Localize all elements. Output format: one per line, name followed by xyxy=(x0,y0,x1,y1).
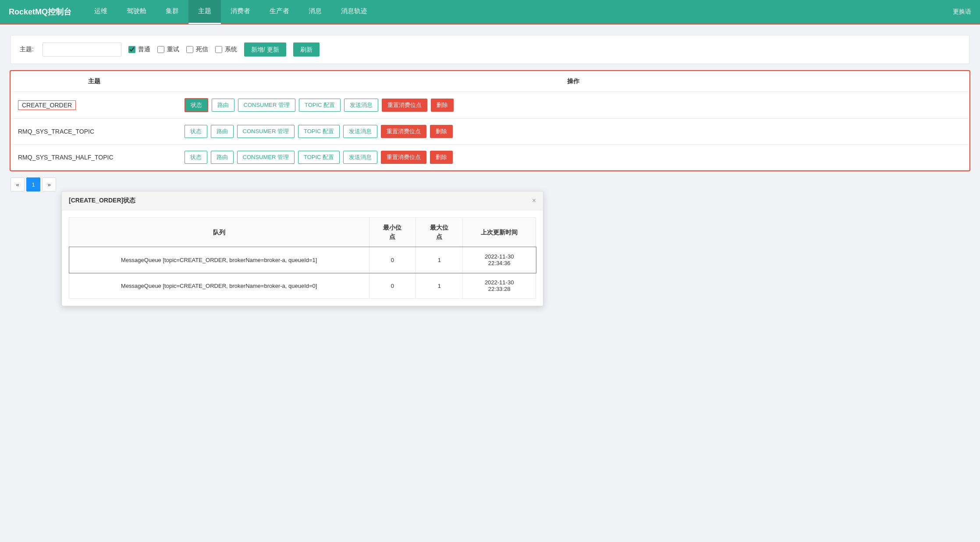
btn-发送消息[interactable]: 发送消息 xyxy=(343,151,377,164)
nav-item-dashboard[interactable]: 驾驶舱 xyxy=(117,0,156,24)
modal-col-max: 最大位 点 xyxy=(416,218,463,247)
btn-重置消费位点[interactable]: 重置消费位点 xyxy=(381,151,426,164)
navbar-brand: RocketMQ控制台 xyxy=(9,7,71,17)
navbar: RocketMQ控制台 运维驾驶舱集群主题消费者生产者消息消息轨迹 更换语 xyxy=(0,0,980,25)
btn-发送消息[interactable]: 发送消息 xyxy=(344,99,378,112)
nav-item-consumer[interactable]: 消费者 xyxy=(221,0,260,24)
checkbox-死信[interactable]: 死信 xyxy=(186,46,208,53)
pagination-bar: « 1 » xyxy=(11,177,969,191)
table-header-topic: 主题 xyxy=(11,71,178,92)
btn-路由[interactable]: 路由 xyxy=(211,125,234,138)
modal-header: [CREATE_ORDER]状态 × xyxy=(62,191,543,210)
refresh-button[interactable]: 刷新 xyxy=(293,43,320,57)
topic-table: 主题 操作 CREATE_ORDER状态路由CONSUMER 管理TOPIC 配… xyxy=(11,71,969,170)
topic-name: CREATE_ORDER xyxy=(18,100,76,110)
page-prev-button[interactable]: « xyxy=(11,177,25,191)
modal-col-update: 上次更新时间 xyxy=(463,218,536,247)
nav-item-trace[interactable]: 消息轨迹 xyxy=(331,0,377,24)
modal-max-offset: 1 xyxy=(416,247,463,273)
btn-CONSUMER_管理[interactable]: CONSUMER 管理 xyxy=(237,125,295,138)
btn-status-active[interactable]: 状态 xyxy=(185,98,208,112)
btn-TOPIC_配置[interactable]: TOPIC 配置 xyxy=(298,151,340,164)
page-1-button[interactable]: 1 xyxy=(26,177,40,191)
filter-bar: 主题: 普通重试死信系统新增/ 更新 刷新 xyxy=(11,35,969,64)
btn-删除[interactable]: 删除 xyxy=(431,99,454,112)
modal-max-offset: 1 xyxy=(416,273,463,299)
table-row: RMQ_SYS_TRACE_TOPIC状态路由CONSUMER 管理TOPIC … xyxy=(11,119,969,145)
btn-TOPIC_配置[interactable]: TOPIC 配置 xyxy=(299,99,341,112)
navbar-menu: 运维驾驶舱集群主题消费者生产者消息消息轨迹 xyxy=(85,0,953,24)
table-header-action: 操作 xyxy=(178,71,969,92)
btn-CONSUMER_管理[interactable]: CONSUMER 管理 xyxy=(238,99,295,112)
nav-item-ops[interactable]: 运维 xyxy=(85,0,117,24)
page-next-button[interactable]: » xyxy=(42,177,56,191)
topic-name: RMQ_SYS_TRACE_TOPIC xyxy=(18,128,94,135)
modal-table-row: MessageQueue [topic=CREATE_ORDER, broker… xyxy=(69,273,536,299)
btn-CONSUMER_管理[interactable]: CONSUMER 管理 xyxy=(237,151,295,164)
nav-item-topic[interactable]: 主题 xyxy=(188,0,221,24)
modal-col-queue: 队列 xyxy=(69,218,369,247)
checkbox-普通[interactable]: 普通 xyxy=(128,46,150,53)
btn-TOPIC_配置[interactable]: TOPIC 配置 xyxy=(298,125,340,138)
checkbox-系统[interactable]: 系统 xyxy=(215,46,237,53)
action-buttons: 状态路由CONSUMER 管理TOPIC 配置发送消息重置消费位点删除 xyxy=(185,98,962,112)
modal-queue-cell: MessageQueue [topic=CREATE_ORDER, broker… xyxy=(69,273,369,299)
filter-label: 主题: xyxy=(20,46,34,53)
btn-重置消费位点[interactable]: 重置消费位点 xyxy=(382,99,427,112)
modal-min-offset: 0 xyxy=(369,273,416,299)
topic-search-input[interactable] xyxy=(43,43,121,57)
table-row: CREATE_ORDER状态路由CONSUMER 管理TOPIC 配置发送消息重… xyxy=(11,92,969,119)
action-buttons: 状态路由CONSUMER 管理TOPIC 配置发送消息重置消费位点删除 xyxy=(185,151,962,164)
nav-item-message[interactable]: 消息 xyxy=(299,0,331,24)
action-buttons: 状态路由CONSUMER 管理TOPIC 配置发送消息重置消费位点删除 xyxy=(185,125,962,138)
table-row: RMQ_SYS_TRANS_HALF_TOPIC状态路由CONSUMER 管理T… xyxy=(11,145,969,170)
navbar-lang-switch[interactable]: 更换语 xyxy=(953,8,971,16)
checkbox-重试[interactable]: 重试 xyxy=(157,46,179,53)
btn-删除[interactable]: 删除 xyxy=(430,151,453,164)
nav-item-producer[interactable]: 生产者 xyxy=(260,0,299,24)
modal-col-min: 最小位 点 xyxy=(369,218,416,247)
btn-路由[interactable]: 路由 xyxy=(212,99,234,112)
nav-item-cluster[interactable]: 集群 xyxy=(156,0,188,24)
modal-table-row: MessageQueue [topic=CREATE_ORDER, broker… xyxy=(69,247,536,273)
btn-状态[interactable]: 状态 xyxy=(185,125,207,138)
btn-删除[interactable]: 删除 xyxy=(430,125,453,138)
modal-title: [CREATE_ORDER]状态 xyxy=(69,197,135,205)
modal-last-update: 2022-11-30 22:34:36 xyxy=(463,247,536,273)
modal-table: 队列 最小位 点 最大位 点 上次更新时间 MessageQueue [topi… xyxy=(69,217,536,299)
modal-last-update: 2022-11-30 22:33:28 xyxy=(463,273,536,299)
topic-name: RMQ_SYS_TRANS_HALF_TOPIC xyxy=(18,154,114,161)
btn-状态[interactable]: 状态 xyxy=(185,151,207,164)
btn-重置消费位点[interactable]: 重置消费位点 xyxy=(381,125,426,138)
btn-路由[interactable]: 路由 xyxy=(211,151,234,164)
add-update-button[interactable]: 新增/ 更新 xyxy=(244,43,286,57)
modal-min-offset: 0 xyxy=(369,247,416,273)
modal-body: 队列 最小位 点 最大位 点 上次更新时间 MessageQueue [topi… xyxy=(62,210,543,306)
modal-queue-cell: MessageQueue [topic=CREATE_ORDER, broker… xyxy=(69,247,369,273)
main-content: 主题: 普通重试死信系统新增/ 更新 刷新 主题 操作 CREATE_ORDER… xyxy=(0,25,980,542)
modal-close-button[interactable]: × xyxy=(532,197,536,204)
status-modal: [CREATE_ORDER]状态 × 队列 最小位 点 最大位 点 上次更新时间 xyxy=(61,191,543,306)
btn-发送消息[interactable]: 发送消息 xyxy=(343,125,377,138)
